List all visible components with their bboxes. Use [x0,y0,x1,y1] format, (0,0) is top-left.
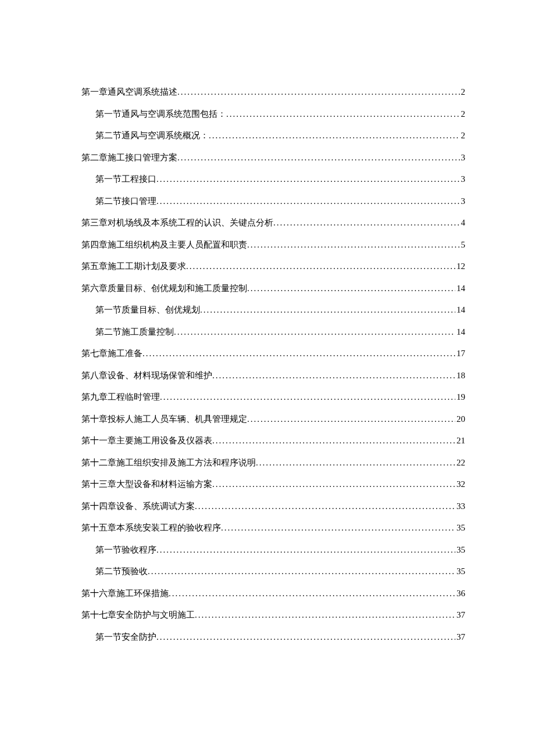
toc-page-number: 14 [455,321,465,343]
toc-title: 第十七章安全防护与文明施工 [81,604,195,626]
toc-entry[interactable]: 第十章投标人施工人员车辆、机具管理规定20 [81,409,465,431]
toc-title: 第二节预验收 [95,561,148,583]
toc-leader-dots [156,169,460,191]
toc-title: 第六章质量目标、创优规划和施工质量控制 [81,278,247,300]
toc-entry[interactable]: 第十二章施工组织安排及施工方法和程序说明22 [81,452,465,474]
toc-page-number: 14 [455,278,465,300]
toc-title: 第一节验收程序 [95,539,156,561]
toc-entry[interactable]: 第十四章设备、系统调试方案33 [81,496,465,518]
toc-entry[interactable]: 第一章通风空调系统描述2 [81,81,465,103]
toc-page-number: 33 [455,496,465,518]
toc-leader-dots [156,626,455,648]
toc-entry[interactable]: 第一节验收程序35 [81,539,465,561]
toc-entry[interactable]: 第二节施工质量控制14 [81,321,465,343]
toc-leader-dots [226,103,460,126]
toc-page-number: 3 [460,169,466,191]
toc-title: 第二节通风与空调系统概况： [95,125,209,147]
toc-entry[interactable]: 第二节接口管理3 [81,191,465,213]
table-of-contents: 第一章通风空调系统描述2第一节通风与空调系统范围包括：2第二节通风与空调系统概况… [81,81,465,648]
toc-page-number: 12 [455,256,465,278]
toc-leader-dots [148,561,455,583]
toc-leader-dots [212,474,455,496]
toc-title: 第十三章大型设备和材料运输方案 [81,474,212,496]
toc-leader-dots [160,386,455,409]
toc-title: 第十五章本系统安装工程的验收程序 [81,517,221,539]
toc-entry[interactable]: 第八章设备、材料现场保管和维护18 [81,365,465,387]
toc-entry[interactable]: 第十三章大型设备和材料运输方案32 [81,474,465,496]
toc-entry[interactable]: 第四章施工组织机构及主要人员配置和职责5 [81,234,465,256]
toc-title: 第十六章施工环保措施 [81,583,169,605]
toc-leader-dots [221,517,455,539]
toc-entry[interactable]: 第九章工程临时管理19 [81,386,465,409]
toc-title: 第八章设备、材料现场保管和维护 [81,365,212,387]
toc-entry[interactable]: 第五章施工工期计划及要求12 [81,256,465,278]
toc-page-number: 35 [455,561,465,583]
toc-title: 第二章施工接口管理方案 [81,147,177,169]
toc-title: 第十四章设备、系统调试方案 [81,496,195,518]
toc-page-number: 3 [460,191,466,213]
toc-leader-dots [169,583,455,605]
toc-leader-dots [212,430,455,452]
toc-page-number: 3 [460,147,466,169]
toc-entry[interactable]: 第六章质量目标、创优规划和施工质量控制14 [81,278,465,300]
toc-title: 第十章投标人施工人员车辆、机具管理规定 [81,409,247,431]
toc-title: 第一节质量目标、创优规划 [95,299,200,321]
toc-leader-dots [156,539,455,561]
toc-leader-dots [247,278,455,300]
toc-page-number: 35 [455,539,465,561]
toc-title: 第一节安全防护 [95,626,156,648]
toc-page-number: 37 [455,604,465,626]
toc-leader-dots [200,299,455,321]
toc-entry[interactable]: 第一节通风与空调系统范围包括：2 [81,103,465,126]
toc-leader-dots [212,365,455,387]
toc-entry[interactable]: 第一节质量目标、创优规划14 [81,299,465,321]
toc-page-number: 35 [455,517,465,539]
toc-entry[interactable]: 第十六章施工环保措施36 [81,583,465,605]
toc-leader-dots [247,234,460,256]
toc-entry[interactable]: 第十一章主要施工用设备及仪器表21 [81,430,465,452]
toc-entry[interactable]: 第一节工程接口3 [81,169,465,191]
toc-page-number: 2 [460,125,466,147]
toc-leader-dots [273,212,460,234]
toc-leader-dots [177,147,460,169]
toc-page-number: 22 [455,452,465,474]
toc-page-number: 18 [455,365,465,387]
toc-page-number: 2 [460,81,466,103]
toc-title: 第二节施工质量控制 [95,321,174,343]
toc-entry[interactable]: 第七章施工准备17 [81,343,465,365]
toc-title: 第七章施工准备 [81,343,142,365]
toc-page-number: 4 [460,212,466,234]
toc-entry[interactable]: 第一节安全防护37 [81,626,465,648]
toc-title: 第十一章主要施工用设备及仪器表 [81,430,212,452]
toc-leader-dots [177,81,460,103]
toc-page-number: 19 [455,386,465,409]
toc-page-number: 5 [460,234,466,256]
toc-title: 第三章对机场线及本系统工程的认识、关键点分析 [81,212,273,234]
toc-leader-dots [156,191,460,213]
toc-leader-dots [195,604,455,626]
toc-page-number: 2 [460,103,466,126]
toc-page-number: 20 [455,409,465,431]
toc-page-number: 21 [455,430,465,452]
toc-entry[interactable]: 第十七章安全防护与文明施工37 [81,604,465,626]
toc-title: 第五章施工工期计划及要求 [81,256,186,278]
toc-leader-dots [142,343,455,365]
toc-entry[interactable]: 第十五章本系统安装工程的验收程序35 [81,517,465,539]
toc-leader-dots [209,125,460,147]
toc-leader-dots [195,496,455,518]
toc-leader-dots [247,409,455,431]
toc-page-number: 32 [455,474,465,496]
toc-leader-dots [186,256,455,278]
toc-entry[interactable]: 第二节通风与空调系统概况：2 [81,125,465,147]
toc-title: 第四章施工组织机构及主要人员配置和职责 [81,234,247,256]
toc-entry[interactable]: 第二节预验收35 [81,561,465,583]
toc-title: 第十二章施工组织安排及施工方法和程序说明 [81,452,256,474]
toc-page-number: 37 [455,626,465,648]
toc-entry[interactable]: 第三章对机场线及本系统工程的认识、关键点分析4 [81,212,465,234]
toc-leader-dots [256,452,455,474]
toc-leader-dots [174,321,455,343]
toc-page-number: 17 [455,343,465,365]
toc-entry[interactable]: 第二章施工接口管理方案3 [81,147,465,169]
toc-page-number: 14 [455,299,465,321]
toc-title: 第一节通风与空调系统范围包括： [95,103,226,126]
